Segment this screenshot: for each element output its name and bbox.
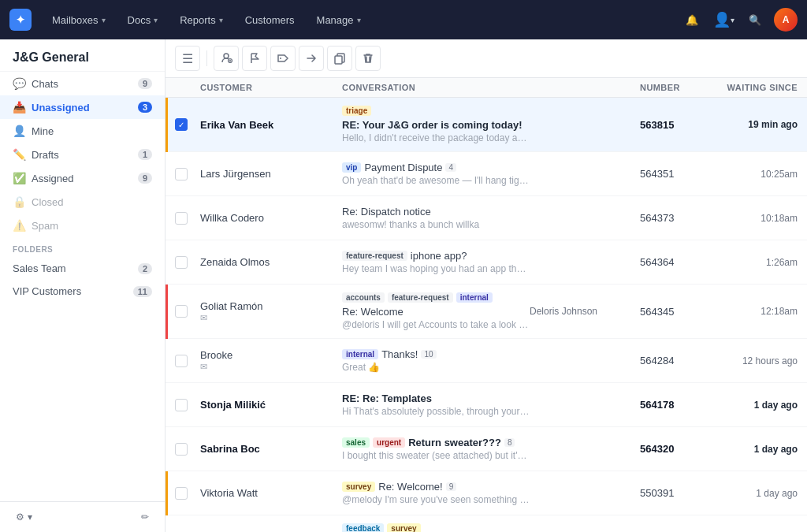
row-checkbox[interactable] (175, 355, 188, 367)
conversation-tag: feature-request (388, 292, 453, 303)
conversation-subject: Re: Welcome (342, 306, 404, 318)
conversation-tag: feature-request (342, 251, 407, 261)
nav-customers[interactable]: Customers (237, 9, 303, 31)
svg-point-0 (224, 54, 229, 58)
customer-name: Sabrina Boc (200, 443, 336, 455)
label-button[interactable] (270, 46, 296, 71)
sidebar-item-sales-team[interactable]: Sales Team 2 (0, 257, 165, 280)
sidebar-item-spam[interactable]: ⚠️ Spam (0, 214, 165, 237)
customer-name: Lars Jürgensen (200, 168, 336, 180)
conversation-preview: Hello, I didn't receive the package toda… (342, 132, 530, 143)
row-checkbox[interactable] (175, 256, 188, 269)
row-checkbox[interactable] (175, 487, 188, 500)
sidebar-item-drafts[interactable]: ✏️ Drafts 1 (0, 143, 165, 166)
table-row[interactable]: Viktoria WattsurveyRe: Welcome!9@melody … (165, 471, 807, 515)
row-checkbox[interactable] (175, 305, 188, 318)
conversation-preview: Oh yeah that'd be awesome — I'll hang ti… (342, 175, 530, 186)
row-checkbox[interactable] (175, 212, 188, 225)
conversation-number: 564320 (640, 443, 711, 455)
conversation-preview: @deloris I will get Accounts to take a l… (342, 319, 530, 330)
conversation-tag: triage (342, 106, 371, 116)
move-button[interactable] (299, 46, 324, 71)
conversation-number: 564351 (640, 168, 711, 180)
avatar[interactable]: A (774, 8, 798, 32)
conversation-subject: iphone app? (411, 250, 467, 262)
conversation-tag: survey (342, 482, 375, 492)
spam-icon: ⚠️ (13, 219, 25, 232)
waiting-time: 1:26am (711, 257, 798, 268)
table-row[interactable]: Willka CoderoRe: Dispatch noticeawesomw!… (165, 196, 807, 240)
nav-reports[interactable]: Reports ▾ (172, 9, 231, 31)
nav-manage[interactable]: Manage ▾ (309, 9, 369, 31)
main-layout: J&G General 💬 Chats 9 📥 Unassigned 3 👤 M… (0, 39, 807, 532)
closed-icon: 🔒 (13, 195, 25, 208)
customer-name: Willka Codero (200, 212, 336, 224)
message-count: 4 (445, 163, 456, 172)
drafts-icon: ✏️ (13, 148, 25, 161)
sidebar: J&G General 💬 Chats 9 📥 Unassigned 3 👤 M… (0, 39, 165, 532)
table-header: Customer Conversation Number Waiting Sin… (165, 78, 807, 98)
conversation-preview: Hi That's absolutely possible, through y… (342, 406, 530, 417)
conversation-number: 550391 (640, 487, 711, 499)
chats-icon: 💬 (13, 77, 25, 90)
svg-rect-3 (335, 56, 342, 64)
flag-button[interactable] (242, 46, 267, 71)
sidebar-footer: ⚙ ▾ ✏ (0, 501, 165, 532)
conversation-subject: Re: Welcome! (378, 481, 442, 493)
notifications-button[interactable]: 🔔 (679, 7, 705, 32)
search-button[interactable]: 🔍 (742, 7, 768, 32)
delete-button[interactable] (355, 46, 381, 71)
waiting-time: 12:18am (711, 306, 798, 317)
customer-name: Goliat Ramón (200, 300, 336, 312)
waiting-time: 1 day ago (711, 444, 798, 455)
menu-button[interactable]: ☰ (175, 46, 200, 71)
row-checkbox[interactable]: ✓ (175, 118, 188, 131)
waiting-time: 1 day ago (711, 400, 798, 411)
table-row[interactable]: Sabrina BocsalesurgentReturn sweater???8… (165, 427, 807, 471)
row-checkbox[interactable] (175, 443, 188, 456)
sidebar-item-assigned[interactable]: ✅ Assigned 9 (0, 166, 165, 190)
table-row[interactable]: ✓Erika Van BeektriageRE: Your J&G order … (165, 98, 807, 152)
assign-button[interactable] (214, 46, 239, 71)
user-status-button[interactable]: 👤▾ (711, 7, 736, 32)
settings-button[interactable]: ⚙ ▾ (9, 508, 39, 526)
sidebar-item-unassigned[interactable]: 📥 Unassigned 3 (0, 95, 165, 119)
conversation-subject: Payment Dispute (364, 162, 442, 173)
sidebar-item-vip-customers[interactable]: VIP Customers 11 (0, 280, 165, 303)
sidebar-item-closed[interactable]: 🔒 Closed (0, 190, 165, 214)
table-row[interactable]: Stonja MilikićRE: Re: TemplatesHi That's… (165, 383, 807, 427)
compose-button[interactable]: ✏ (135, 508, 155, 526)
compose-icon: ✏ (141, 512, 149, 523)
conversation-list: ✓Erika Van BeektriageRE: Your J&G order … (165, 98, 807, 532)
table-row[interactable]: Lars JürgensenvipPayment Dispute4Oh yeah… (165, 152, 807, 196)
chevron-down-icon: ▾ (154, 16, 158, 24)
email-icon: ✉ (200, 362, 207, 372)
sidebar-item-chats[interactable]: 💬 Chats 9 (0, 72, 165, 95)
waiting-time: 10:25am (711, 169, 798, 180)
nav-docs[interactable]: Docs ▾ (120, 9, 166, 31)
row-indicator (165, 285, 168, 339)
table-row[interactable]: Brooke✉internalThanks!10Great 👍56428412 … (165, 339, 807, 383)
table-row[interactable]: Goliat Ramón✉accountsfeature-requestinte… (165, 285, 807, 339)
waiting-time: 19 min ago (711, 119, 798, 130)
nav-mailboxes[interactable]: Mailboxes ▾ (44, 9, 113, 31)
conversation-tag: urgent (373, 437, 405, 448)
email-icon: ✉ (200, 313, 207, 323)
chevron-down-icon: ▾ (357, 16, 361, 24)
col-number: Number (640, 83, 711, 92)
row-checkbox[interactable] (175, 168, 188, 180)
sidebar-item-mine[interactable]: 👤 Mine (0, 119, 165, 143)
col-customer: Customer (200, 83, 342, 92)
mine-icon: 👤 (13, 125, 25, 137)
conversation-subject: Re: Dispatch notice (342, 206, 431, 218)
unassigned-icon: 📥 (13, 101, 25, 113)
row-checkbox[interactable] (175, 399, 188, 411)
top-navigation: ✦ Mailboxes ▾ Docs ▾ Reports ▾ Customers… (0, 0, 807, 39)
table-row[interactable]: Zenaida Olmosfeature-requestiphone app?H… (165, 240, 807, 285)
mailbox-title: J&G General (0, 39, 165, 72)
waiting-time: 1 day ago (711, 488, 798, 499)
customer-name: Brooke (200, 349, 336, 361)
copy-button[interactable] (327, 46, 352, 71)
svg-point-2 (280, 58, 281, 59)
table-row[interactable]: Rio MasconfeedbacksurveyExtend our subsc… (165, 515, 807, 532)
